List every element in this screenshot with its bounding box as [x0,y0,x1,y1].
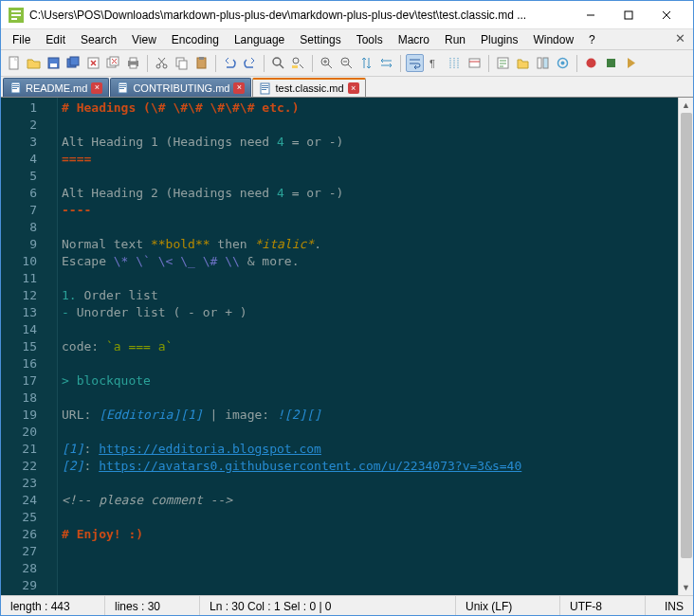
svg-rect-67 [119,88,124,89]
code-line: Alt Heading 1 (Headings need 4 = or -) [62,134,689,151]
record-macro-icon[interactable] [582,54,600,72]
tab-label: test.classic.md [275,82,343,94]
tab-close-icon[interactable]: × [91,82,102,94]
zoom-out-icon[interactable] [338,54,356,72]
menu-search[interactable]: Search [73,31,124,48]
svg-rect-25 [179,61,187,69]
menu-view[interactable]: View [124,31,164,48]
editor-area: 1234567891011121314151617181920212223242… [1,98,693,595]
code-line: > blockquote [62,372,689,390]
code-line [62,509,689,526]
close-file-icon[interactable] [84,54,102,72]
open-file-icon[interactable] [25,54,43,72]
menu-settings[interactable]: Settings [292,31,348,48]
save-icon[interactable] [45,54,63,72]
play-macro-icon[interactable] [622,54,640,72]
print-icon[interactable] [124,54,142,72]
folder-view-icon[interactable] [514,54,532,72]
svg-rect-48 [469,59,480,67]
code-editor[interactable]: # Headings (\# \#\# \#\#\# etc.)Alt Head… [58,98,693,595]
tab-label: CONTRIBUTING.md [133,82,229,94]
code-line: # Enjoy! :) [62,526,689,543]
tabbar: README.md×CONTRIBUTING.md×test.classic.m… [1,77,693,98]
zoom-in-icon[interactable] [318,54,336,72]
svg-rect-59 [607,59,615,67]
code-line: Normal text **bold** then *italic*. [62,236,689,253]
scroll-up-icon[interactable]: ▲ [679,98,693,113]
code-line: ---- [62,202,689,219]
tab-close-icon[interactable]: × [348,82,359,94]
redo-icon[interactable] [241,54,259,72]
titlebar: C:\Users\POS\Downloads\markdown-plus-plu… [1,1,693,29]
stop-macro-icon[interactable] [602,54,620,72]
file-icon [9,82,22,94]
status-insert-mode: INS [646,596,693,616]
copy-icon[interactable] [173,54,191,72]
line-number-gutter: 1234567891011121314151617181920212223242… [1,98,45,595]
svg-rect-69 [262,85,268,86]
window-title: C:\Users\POS\Downloads\markdown-plus-plu… [29,9,572,22]
undo-icon[interactable] [221,54,239,72]
sync-h-icon[interactable] [377,54,395,72]
file-icon [117,82,129,94]
code-line: 1. Order list [62,287,689,304]
scroll-down-icon[interactable]: ▼ [679,580,693,595]
menu-run[interactable]: Run [437,31,473,48]
scroll-thumb[interactable] [681,113,692,558]
function-list-icon[interactable] [494,54,512,72]
cut-icon[interactable] [153,54,171,72]
svg-rect-18 [130,58,137,62]
status-encoding: UTF-8 [560,596,646,616]
svg-point-58 [587,59,596,68]
code-line [62,543,689,560]
new-file-icon[interactable] [5,54,23,72]
menu-encoding[interactable]: Encoding [164,31,227,48]
svg-point-20 [156,64,160,68]
app-icon [9,8,24,23]
svg-text:¶: ¶ [429,58,435,69]
toolbar: ¶ [1,50,693,77]
vertical-scrollbar[interactable]: ▲ ▼ [678,98,693,595]
svg-rect-65 [119,84,126,85]
menu-language[interactable]: Language [227,31,292,48]
status-lines: lines : 30 [105,596,200,616]
fold-margin [45,98,58,595]
statusbar: length : 443 lines : 30 Ln : 30 Col : 1 … [1,595,693,616]
indent-guide-icon[interactable] [446,54,464,72]
minimize-button[interactable] [572,2,610,28]
tab-test-classic-md[interactable]: test.classic.md× [252,78,365,97]
close-all-icon[interactable] [104,54,122,72]
tab-README-md[interactable]: README.md× [3,78,109,97]
menu-edit[interactable]: Edit [38,31,73,48]
tab-CONTRIBUTING-md[interactable]: CONTRIBUTING.md× [110,78,251,97]
close-doc-button[interactable]: ✕ [675,31,685,45]
svg-point-30 [293,58,299,63]
maximize-button[interactable] [610,2,648,28]
close-button[interactable] [648,2,685,28]
svg-rect-70 [262,87,268,88]
code-line: Escape \* \` \< \_ \# \\ & more. [62,253,689,270]
svg-rect-7 [50,63,57,67]
menu-tools[interactable]: Tools [349,31,391,48]
sync-v-icon[interactable] [357,54,375,72]
monitor-icon[interactable] [554,54,572,72]
menu-?[interactable]: ? [581,31,603,48]
replace-icon[interactable] [289,54,307,72]
lang-icon[interactable] [466,54,484,72]
show-all-chars-icon[interactable]: ¶ [426,54,444,72]
svg-rect-5 [9,57,18,69]
code-line: <!-- please comment --> [62,492,689,509]
svg-line-22 [159,58,165,64]
code-line [62,355,689,372]
doc-map-icon[interactable] [534,54,552,72]
menu-macro[interactable]: Macro [391,31,437,48]
menu-window[interactable]: Window [525,31,581,48]
find-icon[interactable] [269,54,287,72]
tab-close-icon[interactable]: × [233,82,245,94]
menu-plugins[interactable]: Plugins [473,31,525,48]
wordwrap-icon[interactable] [406,54,424,72]
paste-icon[interactable] [192,54,210,72]
menu-file[interactable]: File [5,31,38,48]
save-all-icon[interactable] [64,54,82,72]
code-line [62,219,689,236]
